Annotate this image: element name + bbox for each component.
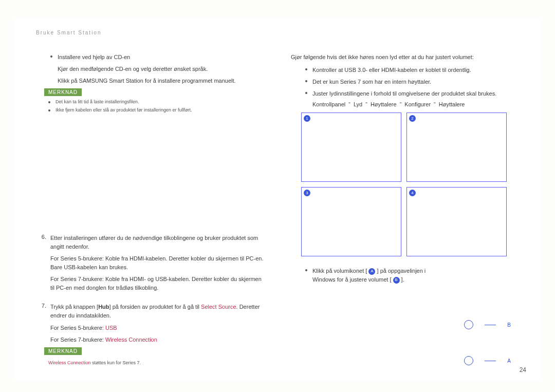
product-name: SAMSUNG Smart Station: [79, 78, 143, 84]
note-3: Wireless Connection støttes kun for Seri…: [48, 360, 266, 365]
two-column-layout: Installere ved hjelp av CD-en Kjør den m…: [36, 53, 521, 365]
ring-icon: [464, 356, 473, 365]
right-bullet-1: Kontroller at USB 3.0- eller HDMI-kabele…: [305, 66, 521, 74]
text: ] på forsiden av produktet for å gå til: [109, 304, 201, 310]
text: Klikk på: [58, 78, 79, 84]
step-6: 6. Etter installeringen utfører du de nø…: [36, 234, 266, 251]
badge-2-icon: 2: [409, 115, 416, 122]
grid-cell-1: 1: [301, 113, 401, 182]
content-area: Bruke Smart Station Installere ved hjelp…: [14, 18, 541, 380]
marker-a-icon: A: [368, 268, 375, 275]
step-6-text: Etter installeringen utfører du de nødve…: [50, 234, 266, 251]
path-segment: Lyd: [354, 101, 362, 107]
right-bullet-2: Det er kun Series 7 som har en intern hø…: [305, 78, 521, 86]
page-number: 24: [520, 366, 526, 374]
volume-bullet: Klikk på volumikonet [ A ] på oppgavelin…: [305, 267, 521, 284]
right-column: Gjør følgende hvis det ikke høres noen l…: [291, 53, 521, 365]
page: Bruke Smart Station Installere ved hjelp…: [0, 0, 555, 392]
usb-link[interactable]: USB: [105, 325, 117, 331]
bullet-icon: [48, 109, 50, 111]
step-number: 7.: [36, 303, 46, 320]
text: Windows for å justere volumet [: [312, 276, 391, 283]
step-7: 7. Trykk på knappen [Hub] på forsiden av…: [36, 303, 266, 320]
grid-cell-4: 4: [406, 187, 507, 256]
text: ] på oppgavelinjen i: [377, 268, 426, 274]
note-1: Det kan ta litt tid å laste installering…: [48, 99, 266, 104]
legend-label-b: B: [507, 322, 511, 328]
step-7-text: Trykk på knappen [Hub] på forsiden av pr…: [50, 303, 266, 320]
note-text: Ikke fjern kabelen eller slå av produkte…: [55, 107, 192, 113]
note-2: Ikke fjern kabelen eller slå av produkte…: [48, 107, 266, 113]
wireless-connection-link[interactable]: Wireless Connection: [105, 337, 157, 343]
text: Juster lydinnstillingene i forhold til o…: [312, 89, 496, 98]
bullet-icon: [305, 92, 307, 94]
arrow-icon: “: [348, 101, 350, 107]
text: ].: [401, 276, 404, 283]
settings-path: Kontrollpanel “ Lyd “ Høyttalere “ Konﬁg…: [312, 101, 521, 107]
note-badge-2: MERKNAD: [44, 347, 82, 355]
right-heading: Gjør følgende hvis det ikke høres noen l…: [291, 53, 521, 62]
grid-cell-3: 3: [301, 187, 401, 256]
path-segment: Høyttalere: [439, 101, 465, 107]
install-paragraph-2: Klikk på SAMSUNG Smart Station for å ins…: [58, 77, 266, 85]
step-6-series5: For Series 5-brukere: Koble fra HDMI-kab…: [50, 254, 266, 272]
right-bullet-3: Juster lydinnstillingene i forhold til o…: [305, 89, 521, 98]
arrow-icon: “: [434, 101, 436, 107]
bullet-icon: [305, 269, 307, 271]
spacer: [36, 116, 266, 223]
hub-label: Hub: [98, 304, 109, 310]
text: Trykk på knappen [: [50, 304, 98, 310]
text: Det er kun Series 7 som har en intern hø…: [312, 78, 431, 86]
step-6-series7: For Series 7-brukere: Koble fra HDMI- og…: [50, 275, 266, 292]
arrow-icon: “: [400, 101, 402, 107]
note-text: Det kan ta litt tid å laste installering…: [55, 99, 139, 104]
step-7-series7: For Series 7-brukere: Wireless Connectio…: [50, 335, 266, 344]
wireless-connection-link-2[interactable]: Wireless Connection: [48, 360, 91, 365]
install-title-row: Installere ved hjelp av CD-en: [50, 53, 266, 62]
legend-a: A: [464, 356, 511, 365]
select-source-link[interactable]: Select Source: [201, 304, 236, 310]
grid-cell-2: 2: [406, 113, 507, 182]
text: for å installere programmet manuelt.: [143, 78, 236, 84]
path-segment: Konﬁgurer: [404, 101, 431, 107]
step-7-series5: For Series 5-brukere: USB: [50, 324, 266, 332]
path-segment: Kontrollpanel: [312, 101, 345, 107]
badge-4-icon: 4: [409, 190, 416, 196]
breadcrumb: Bruke Smart Station: [36, 30, 521, 35]
legend-b: B: [464, 320, 511, 329]
marker-b-icon: B: [393, 277, 400, 284]
text: Kontroller at USB 3.0- eller HDMI-kabele…: [312, 66, 471, 74]
volume-text: Klikk på volumikonet [ A ] på oppgavelin…: [312, 267, 425, 284]
step-number: 6.: [36, 234, 46, 251]
note-badge-1: MERKNAD: [44, 88, 82, 96]
ring-icon: [464, 320, 473, 329]
badge-3-icon: 3: [304, 190, 310, 196]
text: støttes kun for Series 7.: [91, 360, 141, 365]
bullet-icon: [50, 55, 52, 58]
text: Klikk på volumikonet [: [312, 268, 367, 274]
arrow-icon: “: [365, 101, 367, 107]
path-segment: Høyttalere: [371, 101, 397, 107]
legend-label-a: A: [507, 358, 511, 364]
text: For Series 7-brukere:: [50, 337, 105, 343]
install-title: Installere ved hjelp av CD-en: [58, 53, 130, 62]
line-icon: [485, 325, 496, 325]
left-column: Installere ved hjelp av CD-en Kjør den m…: [36, 53, 266, 365]
badge-1-icon: 1: [304, 115, 310, 122]
install-paragraph-1: Kjør den medfølgende CD-en og velg deret…: [58, 65, 266, 73]
line-icon: [485, 361, 496, 361]
bullet-icon: [305, 68, 307, 70]
bullet-icon: [48, 101, 50, 103]
bullet-icon: [305, 80, 307, 82]
settings-grid: 1 2 3 4: [301, 113, 507, 256]
text: For Series 5-brukere:: [50, 325, 105, 331]
